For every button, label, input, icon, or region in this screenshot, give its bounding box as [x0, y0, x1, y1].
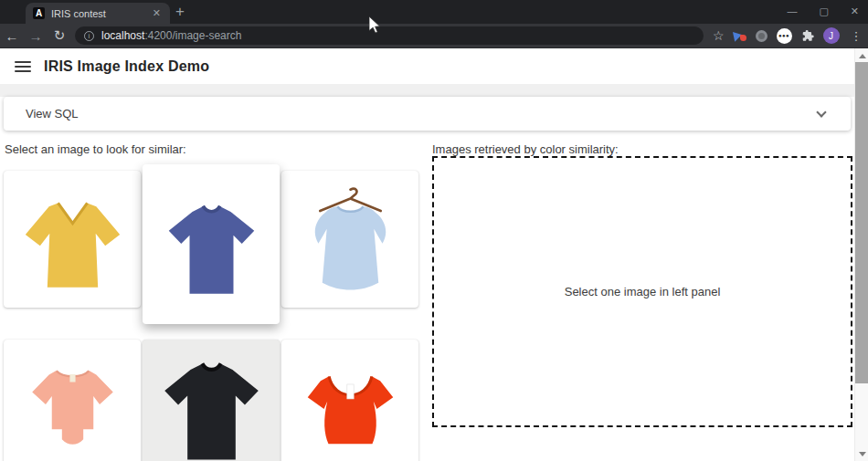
- extensions-puzzle-icon[interactable]: [801, 29, 814, 42]
- profile-avatar[interactable]: J: [823, 27, 840, 44]
- results-empty-message: Select one image in left panel: [565, 285, 721, 299]
- bookmark-star-icon[interactable]: ☆: [713, 28, 725, 43]
- browser-toolbar: ← → ↻ i localhost:4200/image-search ☆ ●●…: [0, 24, 868, 48]
- gallery-image-blue-tshirt[interactable]: [143, 164, 280, 324]
- image-grid: [4, 171, 420, 461]
- window-minimize-button[interactable]: —: [787, 5, 797, 16]
- blouse-graphic: [314, 188, 385, 289]
- mouse-cursor: [369, 16, 381, 34]
- gallery-image-peach-onesie[interactable]: [4, 340, 141, 461]
- toolbar-icons: ☆ ●●● J ⋮: [713, 27, 863, 44]
- browser-menu-icon[interactable]: ⋮: [851, 29, 863, 43]
- left-panel-label: Select an image to look for similar:: [5, 142, 186, 156]
- back-button[interactable]: ←: [0, 28, 24, 44]
- window-controls: — ▢ ✕: [787, 0, 859, 22]
- scrollbar-down-arrow[interactable]: [855, 447, 868, 460]
- gallery-image-black-tshirt[interactable]: [143, 340, 280, 461]
- view-sql-label: View SQL: [26, 107, 79, 120]
- reload-button[interactable]: ↻: [48, 27, 71, 44]
- gallery-image-yellow-vneck-top[interactable]: [4, 171, 141, 308]
- view-sql-expansion-panel[interactable]: View SQL: [4, 97, 851, 131]
- url-bar[interactable]: i localhost:4200/image-search: [75, 26, 704, 45]
- new-tab-button[interactable]: +: [175, 2, 185, 22]
- tshirt-graphic: [168, 205, 253, 293]
- browser-tab[interactable]: A IRIS contest ✕: [26, 3, 170, 24]
- tab-strip: A IRIS contest ✕ + — ▢ ✕: [0, 0, 868, 24]
- chevron-down-icon: [816, 107, 826, 117]
- header-divider: [0, 84, 854, 97]
- browser-window: A IRIS contest ✕ + — ▢ ✕ ← → ↻ i localho…: [0, 0, 868, 461]
- right-panel-label: Images retrieved by color similarity:: [432, 142, 619, 156]
- croptop-graphic: [307, 376, 392, 444]
- extension-dots-icon[interactable]: ●●●: [777, 28, 792, 44]
- hamburger-menu-icon[interactable]: [15, 61, 31, 72]
- vneck-top-graphic: [25, 203, 119, 287]
- gallery-image-orange-crop-top[interactable]: [281, 340, 418, 461]
- tab-title: IRIS contest: [51, 8, 144, 19]
- scrollbar-up-arrow[interactable]: [855, 49, 868, 62]
- window-close-button[interactable]: ✕: [851, 5, 859, 17]
- gallery-image-lightblue-blouse[interactable]: [281, 171, 418, 308]
- window-maximize-button[interactable]: ▢: [819, 5, 828, 17]
- app-header: IRIS Image Index Demo: [0, 48, 854, 84]
- onesie-graphic: [32, 371, 113, 445]
- tab-close-icon[interactable]: ✕: [151, 7, 163, 19]
- extension-colored-icon[interactable]: [734, 30, 746, 41]
- angular-favicon-icon: A: [33, 7, 45, 19]
- app-page: IRIS Image Index Demo View SQL Select an…: [0, 48, 854, 461]
- results-dropzone: Select one image in left panel: [432, 156, 852, 427]
- tshirt-graphic: [164, 363, 259, 459]
- forward-button[interactable]: →: [24, 28, 48, 44]
- url-text: localhost:4200/image-search: [101, 29, 241, 42]
- page-scrollbar[interactable]: [854, 48, 868, 461]
- page-title: IRIS Image Index Demo: [44, 58, 209, 75]
- extension-gray-circle-icon[interactable]: [756, 30, 767, 42]
- page-info-icon[interactable]: i: [84, 31, 94, 41]
- scrollbar-thumb[interactable]: [855, 62, 868, 383]
